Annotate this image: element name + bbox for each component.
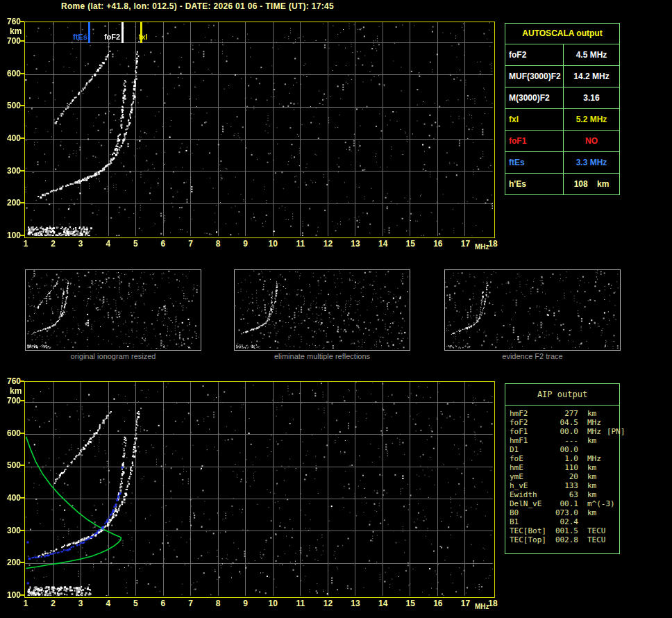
y-tick-label: 700	[0, 396, 21, 406]
caption-evidence-f2: evidence F2 trace	[444, 352, 621, 360]
x-tick-label: 2	[44, 599, 62, 608]
autoscala-row-foF1: foF1NO	[505, 131, 619, 152]
y-tick-label: 300	[0, 526, 21, 535]
aip-row-value: 20	[551, 472, 578, 481]
x-tick-label: 4	[99, 599, 117, 608]
x-tick-label: 2	[44, 239, 62, 249]
x-tick-label: 12	[319, 239, 337, 249]
aip-row-value: 04.5	[551, 418, 578, 427]
aip-row-hmF1: hmF1---km	[505, 436, 619, 445]
marker-label-foF2: foF2	[104, 33, 120, 42]
aip-row-unit: km	[587, 436, 596, 445]
aip-row-hmF2: hmF2277km	[505, 409, 619, 418]
x-tick-label: 13	[346, 599, 364, 608]
aip-row-extra: [PN]	[607, 427, 625, 436]
page-title: Rome (lat: +41.8, lon: 012.5) - DATE: 20…	[61, 1, 334, 11]
x-tick-label: 11	[292, 599, 310, 608]
aip-row-Ewidth: Ewidth63km	[505, 490, 619, 499]
panel-original-canvas	[26, 270, 199, 349]
aip-row-unit: MHz	[587, 454, 601, 463]
autoscala-row-label: MUF(3000)F2	[505, 66, 564, 87]
autoscala-row-label: M(3000)F2	[505, 87, 564, 108]
y-tick-mark	[20, 73, 24, 74]
autoscala-row-value: 14.2 MHz	[564, 66, 619, 87]
marker-label-ftEs: ftEs	[73, 33, 87, 42]
x-tick-label: 3	[72, 239, 90, 249]
x-tick-label: 9	[237, 599, 255, 608]
x-tick-label: 1	[17, 599, 35, 608]
aip-rows: hmF2277kmfoF204.5MHzfoF100.0MHz[PN]hmF1-…	[505, 406, 619, 544]
autoscala-app: { "title": "Rome (lat: +41.8, lon: 012.5…	[0, 0, 672, 618]
aip-row-label: hmF1	[510, 436, 551, 445]
x-axis-unit-label: MHz	[475, 603, 489, 610]
aip-row-unit: m^(-3)	[587, 499, 615, 508]
aip-row-foE: foE1.0MHz	[505, 454, 619, 463]
aip-row-hmE: hmE110km	[505, 463, 619, 472]
autoscala-row-ftEs: ftEs3.3 MHz	[505, 152, 619, 174]
y-tick-mark	[20, 21, 24, 22]
x-tick-label: 4	[99, 239, 117, 249]
autoscala-row-label: fxI	[505, 109, 564, 130]
aip-row-label: foF1	[510, 427, 551, 436]
panel-evidence-canvas	[445, 270, 619, 349]
x-tick-label: 14	[374, 239, 392, 249]
x-tick-label: 15	[401, 599, 419, 608]
bottom-ionogram-canvas	[25, 382, 493, 596]
panel-eliminate-reflections	[234, 269, 410, 351]
aip-row-B1: B102.4	[505, 517, 619, 526]
aip-row-value: 001.5	[551, 526, 578, 535]
aip-row-label: foF2	[510, 418, 551, 427]
aip-row-value: 110	[551, 463, 578, 472]
y-tick-label: 760	[0, 376, 21, 386]
aip-row-unit: TECU	[587, 526, 606, 535]
aip-row-value: 277	[551, 409, 578, 418]
y-tick-mark	[20, 497, 24, 499]
aip-row-unit: km	[587, 481, 596, 490]
marker-label-fxI: fxI	[139, 33, 148, 42]
autoscala-row-value: 108 km	[564, 174, 619, 194]
aip-row-value: ---	[551, 436, 578, 445]
y-tick-mark	[20, 562, 24, 563]
autoscala-row-value: 3.3 MHz	[564, 152, 619, 173]
y-tick-mark	[20, 40, 24, 42]
aip-row-DelN_vE: DelN_vE00.1m^(-3)	[505, 499, 619, 508]
y-tick-label: 600	[0, 69, 21, 78]
y-tick-mark	[20, 381, 24, 382]
x-tick-label: 3	[72, 599, 90, 608]
y-tick-label: 600	[0, 428, 21, 438]
aip-row-label: ymE	[510, 472, 551, 481]
x-tick-label: 10	[264, 599, 282, 608]
panel-evidence-f2	[444, 269, 621, 351]
aip-row-h_vE: h_vE133km	[505, 481, 619, 490]
aip-row-value: 073.0	[551, 508, 578, 517]
x-tick-label: 6	[154, 239, 172, 249]
y-tick-label: 300	[0, 166, 21, 176]
aip-row-unit: MHz	[587, 418, 601, 427]
autoscala-row-h'Es: h'Es108 km	[505, 174, 619, 194]
aip-row-value: 00.1	[551, 499, 578, 508]
autoscala-row-value: 3.16	[564, 87, 619, 108]
aip-row-value: 00.0	[551, 427, 578, 436]
autoscala-row-foF2: foF24.5 MHz	[505, 44, 619, 66]
aip-row-value: 00.0	[551, 445, 578, 454]
aip-row-value: 002.8	[551, 535, 578, 544]
y-tick-label: 200	[0, 198, 21, 208]
aip-row-foF1: foF100.0MHz[PN]	[505, 427, 619, 436]
x-tick-label: 7	[182, 599, 200, 608]
aip-row-foF2: foF204.5MHz	[505, 418, 619, 427]
x-axis-unit-label: MHz	[475, 243, 489, 251]
autoscala-row-MUF(3000)F2: MUF(3000)F214.2 MHz	[505, 66, 619, 87]
aip-row-label: hmF2	[510, 409, 551, 418]
top-ionogram-plot: ftEsfoF2fxI	[24, 22, 495, 238]
y-tick-mark	[20, 594, 24, 596]
autoscala-row-value: 4.5 MHz	[564, 44, 619, 65]
x-tick-label: 6	[154, 599, 172, 608]
y-tick-mark	[20, 235, 24, 236]
autoscala-row-value: 5.2 MHz	[564, 109, 619, 130]
autoscala-row-label: h'Es	[505, 174, 564, 194]
aip-row-B0: B0073.0km	[505, 508, 619, 517]
x-tick-label: 7	[182, 239, 200, 249]
y-tick-mark	[20, 105, 24, 106]
y-tick-mark	[20, 400, 24, 401]
y-axis-unit-label: km	[10, 386, 22, 396]
